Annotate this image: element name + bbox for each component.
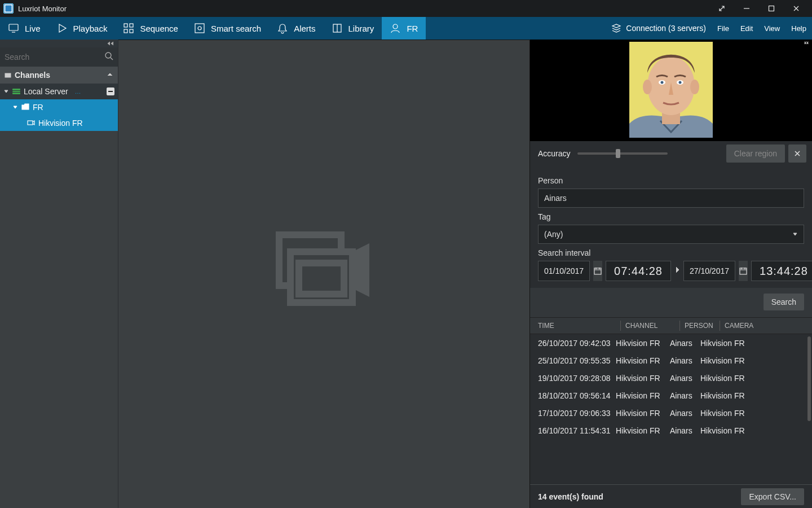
result-row[interactable]: 19/10/2017 09:28:08 Hikvision FR Ainars …	[530, 369, 812, 387]
date-to[interactable]: 27/10/2017	[683, 261, 735, 281]
tab-fr[interactable]: FR	[382, 17, 426, 40]
person-icon	[390, 23, 401, 34]
tab-alerts[interactable]: Alerts	[269, 17, 323, 40]
tab-label: Alerts	[294, 24, 315, 33]
face-preview	[530, 40, 812, 141]
sidebar-collapse[interactable]	[0, 40, 118, 47]
svg-rect-27	[740, 268, 747, 274]
col-time[interactable]: TIME	[538, 322, 616, 330]
server-extra: …	[75, 88, 81, 95]
tab-label: Library	[348, 24, 374, 33]
svg-point-21	[690, 80, 699, 94]
tree-label: Local Server	[24, 87, 68, 96]
tag-value: (Any)	[544, 230, 563, 239]
result-row[interactable]: 25/10/2017 09:55:35 Hikvision FR Ainars …	[530, 352, 812, 369]
title-bar: Luxriot Monitor	[0, 0, 812, 17]
main-nav: Live Playback Sequence Smart search Aler…	[0, 17, 812, 40]
svg-rect-13	[28, 121, 33, 125]
result-row[interactable]: 26/10/2017 09:42:03 Hikvision FR Ainars …	[530, 334, 812, 352]
video-viewport	[118, 40, 530, 508]
sidebar-search	[0, 47, 118, 67]
close-button[interactable]	[784, 0, 809, 17]
svg-rect-6	[130, 29, 133, 33]
svg-point-10	[393, 24, 398, 29]
svg-rect-12	[5, 73, 11, 77]
connection-button[interactable]: Connection (3 servers)	[606, 17, 712, 40]
svg-rect-7	[195, 24, 204, 33]
tab-label: Live	[25, 24, 41, 33]
grid-icon	[123, 23, 134, 34]
panel-expand-toggle[interactable]	[802, 40, 811, 46]
server-toggle[interactable]	[107, 87, 114, 95]
result-row[interactable]: 17/10/2017 09:06:33 Hikvision FR Ainars …	[530, 404, 812, 422]
expand-diagonal-icon[interactable]	[709, 0, 734, 17]
tree-fr-folder[interactable]: FR	[0, 99, 118, 115]
person-input[interactable]	[538, 189, 804, 208]
tree-camera[interactable]: Hikvision FR	[0, 115, 118, 131]
results-header: TIME CHANNEL PERSON CAMERA	[530, 317, 812, 334]
tag-select[interactable]: (Any)	[538, 225, 804, 244]
channels-icon	[5, 72, 11, 78]
calendar-icon	[593, 266, 602, 275]
accuracy-row: Accuracy Clear region	[530, 141, 812, 166]
svg-rect-3	[124, 24, 127, 27]
search-form: Person Tag (Any) Search interval 01/10/2…	[530, 166, 812, 288]
stack-icon	[611, 23, 621, 33]
results-list[interactable]: 26/10/2017 09:42:03 Hikvision FR Ainars …	[530, 334, 812, 484]
close-preview-button[interactable]	[788, 144, 806, 163]
chevron-down-icon	[3, 87, 9, 96]
channels-header[interactable]: Channels	[0, 67, 118, 84]
search-button[interactable]: Search	[764, 294, 804, 310]
menu-file[interactable]: File	[712, 17, 735, 40]
time-from[interactable]: 07:44:28	[606, 261, 671, 281]
person-label: Person	[538, 176, 804, 185]
accuracy-label: Accuracy	[538, 149, 571, 158]
collapse-left-icon	[107, 41, 114, 46]
col-channel[interactable]: CHANNEL	[625, 322, 675, 330]
bell-icon	[277, 23, 288, 34]
tab-smart-search[interactable]: Smart search	[186, 17, 269, 40]
menu-view[interactable]: View	[758, 17, 785, 40]
monitor-icon	[8, 23, 19, 34]
svg-point-8	[198, 27, 201, 30]
tag-label: Tag	[538, 212, 804, 221]
svg-point-23	[661, 81, 664, 84]
svg-rect-1	[769, 6, 774, 11]
result-row[interactable]: 16/10/2017 11:54:31 Hikvision FR Ainars …	[530, 422, 812, 439]
svg-point-11	[105, 52, 111, 58]
svg-rect-26	[594, 268, 601, 274]
time-to[interactable]: 13:44:28	[751, 261, 812, 281]
calendar-to-button[interactable]	[739, 261, 748, 281]
search-icon[interactable]	[104, 51, 113, 63]
calendar-from-button[interactable]	[593, 261, 602, 281]
minimize-button[interactable]	[734, 0, 759, 17]
export-csv-button[interactable]: Export CSV...	[741, 488, 804, 505]
col-camera[interactable]: CAMERA	[725, 322, 804, 330]
connection-label: Connection (3 servers)	[626, 24, 706, 33]
folder-icon	[21, 103, 29, 112]
accuracy-slider[interactable]	[577, 152, 668, 155]
menu-edit[interactable]: Edit	[735, 17, 758, 40]
tab-label: FR	[407, 24, 418, 33]
scrollbar-thumb[interactable]	[807, 336, 811, 421]
tab-playback[interactable]: Playback	[48, 17, 116, 40]
result-row[interactable]: 18/10/2017 09:56:14 Hikvision FR Ainars …	[530, 387, 812, 404]
svg-rect-4	[130, 24, 133, 27]
col-person[interactable]: PERSON	[685, 322, 715, 330]
tab-live[interactable]: Live	[0, 17, 48, 40]
tree-server[interactable]: Local Server …	[0, 84, 118, 99]
maximize-button[interactable]	[759, 0, 784, 17]
svg-rect-2	[9, 24, 18, 30]
tab-label: Smart search	[211, 24, 261, 33]
clear-region-button[interactable]: Clear region	[726, 144, 785, 163]
tab-library[interactable]: Library	[324, 17, 382, 40]
date-from[interactable]: 01/10/2017	[538, 261, 590, 281]
tab-sequence[interactable]: Sequence	[115, 17, 186, 40]
search-input[interactable]	[5, 52, 104, 62]
server-icon	[12, 89, 20, 94]
svg-point-20	[643, 80, 652, 94]
result-count: 14 event(s) found	[538, 492, 603, 501]
svg-rect-0	[5, 5, 12, 12]
interval-label: Search interval	[538, 248, 804, 257]
menu-help[interactable]: Help	[785, 17, 812, 40]
